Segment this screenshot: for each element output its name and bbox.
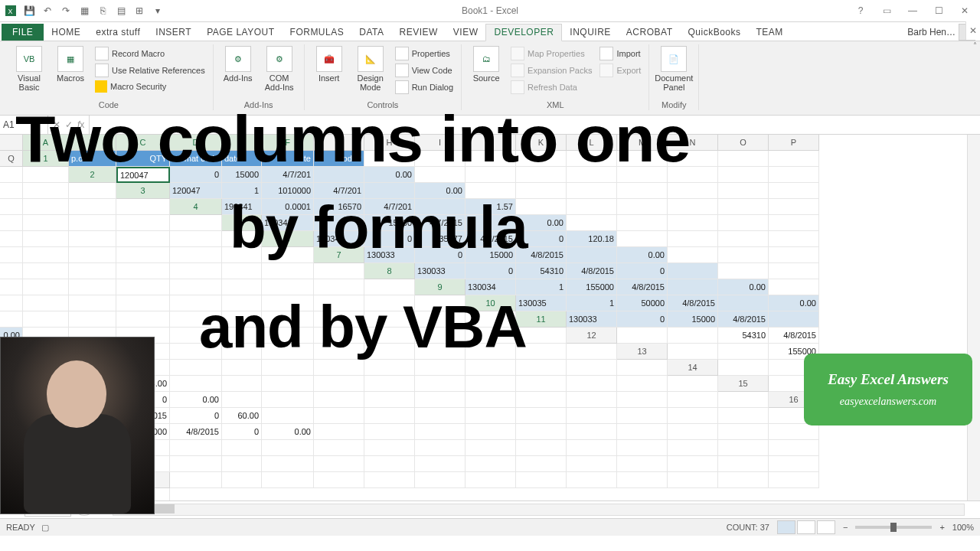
- cell[interactable]: [516, 183, 567, 199]
- cell[interactable]: [516, 472, 567, 488]
- cancel-icon[interactable]: ✕: [53, 119, 60, 130]
- cell[interactable]: [769, 472, 819, 488]
- col-header[interactable]: L: [567, 135, 617, 151]
- cell[interactable]: [170, 295, 222, 311]
- vertical-scrollbar[interactable]: [967, 135, 980, 500]
- cell[interactable]: [516, 199, 567, 215]
- cell[interactable]: [466, 440, 516, 456]
- com-addins-button[interactable]: ⚙COM Add-Ins: [261, 44, 298, 92]
- cell[interactable]: 0.00: [262, 424, 314, 440]
- cell[interactable]: [262, 408, 314, 424]
- cell[interactable]: [415, 344, 466, 360]
- cell[interactable]: [262, 247, 314, 263]
- cell[interactable]: [466, 328, 516, 344]
- col-header[interactable]: N: [668, 135, 718, 151]
- cell[interactable]: [222, 456, 262, 472]
- cell[interactable]: [617, 440, 668, 456]
- cell[interactable]: [668, 440, 718, 456]
- cell[interactable]: [314, 408, 364, 424]
- cell[interactable]: [718, 263, 769, 279]
- tab-page-layout[interactable]: PAGE LAYOUT: [199, 24, 282, 41]
- cell[interactable]: [718, 167, 769, 183]
- cell[interactable]: [69, 199, 116, 215]
- cell[interactable]: [116, 279, 170, 295]
- cell[interactable]: [567, 376, 617, 392]
- cell[interactable]: [314, 392, 364, 408]
- cell[interactable]: [617, 376, 668, 392]
- cell[interactable]: 130034: [466, 279, 516, 295]
- name-box[interactable]: A1: [0, 116, 48, 134]
- cell[interactable]: [69, 311, 116, 328]
- cell[interactable]: [0, 247, 23, 263]
- cell[interactable]: [617, 360, 668, 376]
- cell[interactable]: 15000: [364, 215, 415, 231]
- cell[interactable]: [23, 311, 69, 328]
- cell[interactable]: [314, 295, 364, 311]
- cell[interactable]: [617, 215, 668, 231]
- cell[interactable]: [415, 440, 466, 456]
- qat-button[interactable]: ▤: [113, 3, 129, 18]
- cell[interactable]: 0.00: [364, 167, 415, 183]
- cell[interactable]: 4/7/2015: [466, 231, 516, 247]
- cell[interactable]: [314, 311, 364, 328]
- qat-dropdown-icon[interactable]: ▾: [150, 3, 165, 18]
- cell[interactable]: [617, 151, 668, 167]
- relative-refs-button[interactable]: Use Relative References: [93, 63, 207, 78]
- cell[interactable]: [668, 183, 718, 199]
- cell[interactable]: [364, 279, 415, 295]
- cell[interactable]: [415, 360, 466, 376]
- row-header[interactable]: 1: [23, 151, 69, 167]
- cell[interactable]: [170, 376, 222, 392]
- tab-data[interactable]: DATA: [351, 24, 391, 41]
- cell[interactable]: [415, 151, 466, 167]
- col-header[interactable]: A: [23, 135, 69, 151]
- cell[interactable]: [170, 472, 222, 488]
- cell[interactable]: [116, 263, 170, 279]
- cell[interactable]: [466, 167, 516, 183]
- document-panel-button[interactable]: 📄Document Panel: [655, 44, 692, 92]
- cell[interactable]: [0, 263, 23, 279]
- cell[interactable]: [718, 199, 769, 215]
- save-icon[interactable]: 💾: [21, 3, 37, 18]
- cell[interactable]: [718, 424, 769, 440]
- cell[interactable]: [222, 392, 262, 408]
- cell[interactable]: [314, 424, 364, 440]
- cell[interactable]: 190341: [222, 199, 262, 215]
- cell[interactable]: [718, 247, 769, 263]
- cell[interactable]: [415, 424, 466, 440]
- row-header[interactable]: 3: [116, 183, 170, 199]
- cell[interactable]: 0.00: [718, 279, 769, 295]
- cell[interactable]: [222, 344, 262, 360]
- cell[interactable]: [415, 408, 466, 424]
- cell[interactable]: [262, 295, 314, 311]
- cell[interactable]: [769, 199, 819, 215]
- cell[interactable]: [567, 408, 617, 424]
- cell[interactable]: code2: [314, 151, 364, 167]
- close-workbook-icon[interactable]: ✕: [965, 21, 980, 40]
- cell[interactable]: [466, 311, 516, 328]
- cell[interactable]: [116, 311, 170, 328]
- cell[interactable]: [769, 456, 819, 472]
- cell[interactable]: [617, 408, 668, 424]
- cell[interactable]: [617, 183, 668, 199]
- cell[interactable]: [23, 167, 69, 183]
- cell[interactable]: [718, 215, 769, 231]
- formula-input[interactable]: [90, 116, 980, 134]
- cell[interactable]: [314, 328, 364, 344]
- cell[interactable]: [718, 440, 769, 456]
- record-macro-button[interactable]: Record Macro: [93, 46, 207, 61]
- cell[interactable]: [364, 360, 415, 376]
- cell[interactable]: [364, 392, 415, 408]
- cell[interactable]: 0.00: [415, 183, 466, 199]
- cell[interactable]: 130033: [567, 311, 617, 328]
- cell[interactable]: 54310: [718, 328, 769, 344]
- cell[interactable]: 4/8/2015: [617, 279, 668, 295]
- cell[interactable]: [170, 456, 222, 472]
- cell[interactable]: 54310: [516, 263, 567, 279]
- cell[interactable]: 0: [222, 424, 262, 440]
- cell[interactable]: [364, 328, 415, 344]
- cell[interactable]: [314, 279, 364, 295]
- cell[interactable]: [466, 472, 516, 488]
- cell[interactable]: 155000: [567, 279, 617, 295]
- cell[interactable]: [668, 328, 718, 344]
